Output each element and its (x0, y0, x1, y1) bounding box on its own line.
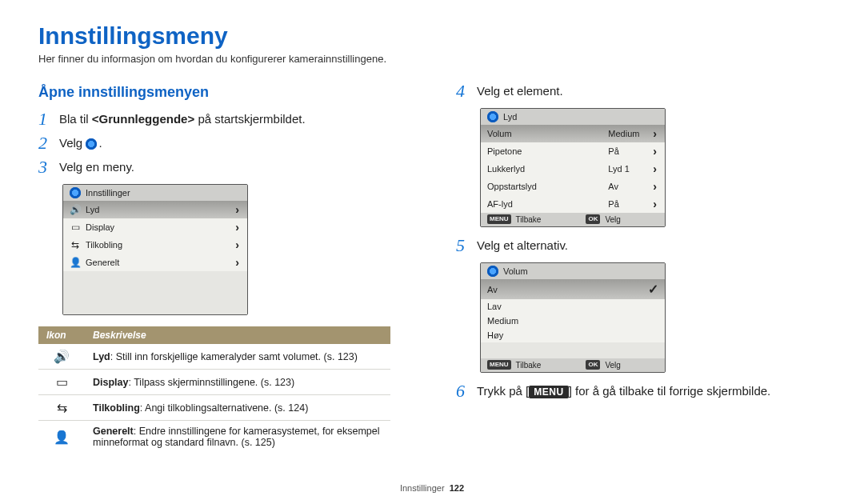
person-icon: 👤 (70, 257, 81, 268)
step-number-2: 2 (38, 134, 59, 152)
gear-icon (86, 138, 98, 151)
step-number-4: 4 (456, 82, 477, 100)
chevron-right-icon: › (235, 238, 239, 251)
list-item: Medium (481, 314, 665, 328)
step-number-5: 5 (456, 237, 477, 254)
list-item: Høy (481, 328, 665, 342)
gear-icon (487, 266, 498, 277)
screenshot-volume-menu: Volum Av ✓ Lav Medium Høy MENU Tilbake O… (480, 262, 666, 373)
step-number-6: 6 (456, 382, 477, 400)
list-item: Volum Medium› (481, 125, 665, 142)
step-6-text: Trykk på [MENU] for å gå tilbake til for… (477, 384, 826, 398)
left-column: Åpne innstillingsmenyen 1 Bla til <Grunn… (38, 84, 408, 453)
table-row: ▭ Display: Tilpass skjerminnstillingene.… (38, 370, 390, 395)
right-column: 4 Velg et element. Lyd Volum Medium› Pip… (456, 84, 826, 453)
page-footer: Innstillinger 122 (0, 483, 864, 493)
screen-title: Lyd (503, 112, 517, 122)
ok-key-icon: OK (586, 360, 600, 370)
connectivity-icon: ⇆ (38, 395, 85, 421)
step-number-1: 1 (38, 110, 59, 128)
page-title: Innstillingsmeny (38, 22, 826, 50)
page-subtitle: Her finner du informasjon om hvordan du … (38, 53, 826, 65)
footer-ok-label: Velg (605, 361, 620, 370)
section-heading: Åpne innstillingsmenyen (38, 84, 408, 101)
chevron-right-icon: › (653, 127, 657, 140)
footer-back-label: Tilbake (516, 215, 542, 224)
step-number-3: 3 (38, 158, 59, 176)
step-4-text: Velg et element. (477, 84, 826, 98)
step-2-text: Velg . (59, 136, 408, 151)
list-item: Lukkerlyd Lyd 1› (481, 160, 665, 178)
screen-title: Innstillinger (86, 188, 130, 198)
list-item: Pipetone På› (481, 142, 665, 160)
ok-key-icon: OK (586, 214, 600, 224)
screenshot-sound-menu: Lyd Volum Medium› Pipetone På› Lukkerlyd… (480, 108, 666, 227)
screen-title: Volum (503, 266, 528, 276)
footer-back-label: Tilbake (516, 361, 542, 370)
chevron-right-icon: › (235, 256, 239, 269)
person-icon: 👤 (38, 421, 85, 454)
chevron-right-icon: › (653, 180, 657, 193)
icon-description-table: Ikon Beskrivelse 🔊 Lyd: Still inn forskj… (38, 326, 390, 453)
screenshot-settings-menu: Innstillinger 🔊Lyd › ▭Display › ⇆Tilkobl… (62, 184, 248, 315)
speaker-icon: 🔊 (70, 204, 81, 215)
list-item: Lav (481, 299, 665, 314)
chevron-right-icon: › (653, 145, 657, 158)
check-icon: ✓ (648, 282, 658, 297)
footer-ok-label: Velg (605, 215, 620, 224)
list-item: Av ✓ (481, 279, 665, 299)
chevron-right-icon: › (653, 162, 657, 175)
gear-icon (70, 187, 81, 198)
step-3-text: Velg en meny. (59, 160, 408, 174)
gear-icon (487, 111, 498, 122)
table-row: 👤 Generelt: Endre innstillingene for kam… (38, 421, 390, 454)
menu-key-icon: MENU (529, 386, 568, 398)
step-5-text: Velg et alternativ. (477, 238, 826, 252)
list-item: 👤Generelt › (63, 254, 247, 271)
display-icon: ▭ (70, 222, 81, 233)
step-1-text: Bla til <Grunnleggende> på startskjermbi… (59, 112, 408, 126)
connectivity-icon: ⇆ (70, 239, 81, 250)
table-header-desc: Beskrivelse (85, 326, 390, 344)
table-row: ⇆ Tilkobling: Angi tilkoblingsalternativ… (38, 395, 390, 421)
speaker-icon: 🔊 (38, 344, 85, 370)
list-item: ▭Display › (63, 218, 247, 236)
menu-key-icon: MENU (487, 360, 511, 370)
list-item: AF-lyd På› (481, 195, 665, 213)
display-icon: ▭ (38, 370, 85, 395)
table-row: 🔊 Lyd: Still inn forskjellige kameralyde… (38, 344, 390, 370)
menu-key-icon: MENU (487, 214, 511, 224)
list-item: ⇆Tilkobling › (63, 236, 247, 254)
chevron-right-icon: › (235, 221, 239, 234)
chevron-right-icon: › (653, 198, 657, 210)
table-header-icon: Ikon (38, 326, 85, 344)
list-item: 🔊Lyd › (63, 201, 247, 218)
list-item: Oppstartslyd Av› (481, 178, 665, 195)
chevron-right-icon: › (235, 203, 239, 216)
